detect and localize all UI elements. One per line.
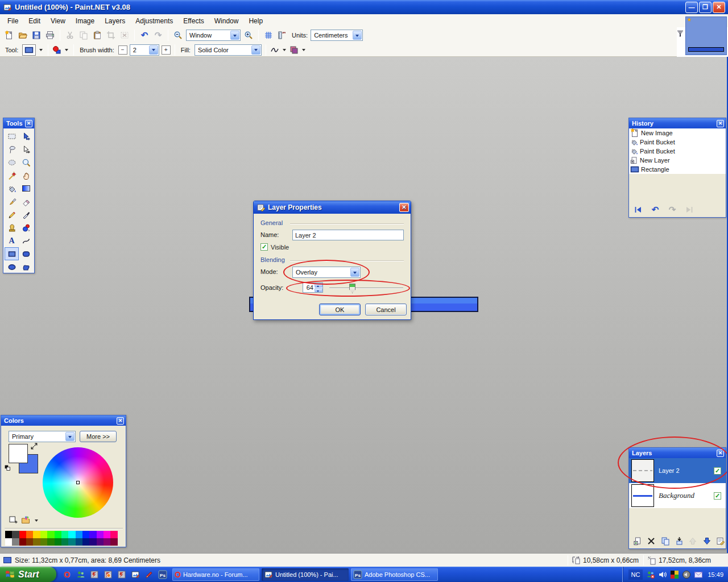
tool-freeform-shape[interactable] bbox=[19, 260, 33, 273]
tool-lasso-select[interactable] bbox=[5, 143, 19, 156]
undo-button[interactable]: ↶ bbox=[138, 28, 151, 42]
palette-swatch[interactable] bbox=[89, 531, 96, 538]
ok-button[interactable]: OK bbox=[319, 304, 361, 315]
swap-colors-icon[interactable] bbox=[30, 442, 38, 450]
palette-swatch[interactable] bbox=[76, 531, 82, 538]
tool-move-selected-pixels[interactable] bbox=[19, 130, 33, 143]
default-colors-icon[interactable] bbox=[4, 464, 11, 472]
history-item[interactable]: New Image bbox=[629, 128, 726, 138]
grid-button[interactable] bbox=[262, 28, 275, 42]
line-style-icon[interactable] bbox=[270, 45, 279, 55]
palette-swatch[interactable] bbox=[110, 531, 117, 538]
palette-swatch[interactable] bbox=[97, 531, 104, 538]
new-file-button[interactable] bbox=[2, 28, 16, 42]
tool-ellipse[interactable] bbox=[5, 260, 19, 273]
palette-file-icon[interactable] bbox=[21, 516, 30, 525]
opacity-spinner[interactable]: 64 bbox=[303, 282, 323, 293]
tool-paintbrush[interactable] bbox=[5, 195, 19, 208]
tool-rounded-rectangle[interactable] bbox=[19, 247, 33, 260]
history-close-icon[interactable]: ✕ bbox=[717, 120, 724, 127]
open-image-thumbnail[interactable] bbox=[685, 16, 727, 55]
colors-dropdown-icon[interactable] bbox=[65, 49, 68, 53]
brush-width-decrease-button[interactable]: − bbox=[118, 45, 127, 55]
close-button[interactable]: ✕ bbox=[713, 2, 725, 13]
start-button[interactable]: Start bbox=[0, 567, 56, 582]
add-layer-button[interactable] bbox=[632, 534, 642, 548]
colors-close-icon[interactable]: ✕ bbox=[117, 417, 124, 425]
tool-pan[interactable] bbox=[19, 169, 33, 182]
image-list-button[interactable] bbox=[676, 30, 685, 39]
menu-effects[interactable]: Effects bbox=[178, 15, 209, 27]
tool-eraser[interactable] bbox=[19, 195, 33, 208]
move-down-button[interactable] bbox=[702, 534, 712, 548]
layer-row[interactable]: Layer 2✓ bbox=[629, 458, 726, 483]
palette-swatch[interactable] bbox=[5, 538, 12, 546]
quicklaunch-photoshop-button[interactable]: Ps bbox=[158, 568, 168, 581]
menu-layers[interactable]: Layers bbox=[100, 15, 130, 27]
tool-magic-wand[interactable] bbox=[5, 169, 19, 182]
menu-edit[interactable]: Edit bbox=[23, 15, 46, 27]
fill-style-combo[interactable]: Solid Color bbox=[195, 44, 262, 56]
palette-swatch[interactable] bbox=[76, 538, 82, 546]
palette-swatch[interactable] bbox=[19, 538, 26, 546]
tool-color-picker[interactable] bbox=[19, 208, 33, 221]
opacity-slider[interactable] bbox=[329, 284, 403, 293]
palette-swatch[interactable] bbox=[68, 538, 75, 546]
taskbar-task-button[interactable]: Untitled (100%) - Pai... bbox=[262, 568, 349, 581]
layers-palette-titlebar[interactable]: Layers ✕ bbox=[629, 448, 726, 458]
quicklaunch-filezilla-button[interactable] bbox=[89, 568, 100, 581]
palette-swatch[interactable] bbox=[26, 538, 33, 546]
tool-ellipse-select[interactable] bbox=[5, 156, 19, 169]
tool-zoom[interactable] bbox=[19, 156, 33, 169]
cancel-button[interactable]: Cancel bbox=[365, 304, 407, 315]
print-button[interactable] bbox=[43, 28, 57, 42]
palette-swatch[interactable] bbox=[5, 531, 12, 538]
menu-adjustments[interactable]: Adjustments bbox=[130, 15, 178, 27]
quicklaunch-paintnet-button[interactable] bbox=[130, 568, 140, 581]
more-button[interactable]: More >> bbox=[80, 431, 117, 442]
palette-swatch[interactable] bbox=[97, 538, 104, 546]
palette-swatch[interactable] bbox=[82, 531, 89, 538]
brush-width-increase-button[interactable]: + bbox=[162, 45, 171, 55]
brush-width-combo[interactable]: 2 bbox=[130, 44, 159, 56]
ruler-button[interactable] bbox=[275, 28, 289, 42]
tool-rectangle-select[interactable] bbox=[5, 130, 19, 143]
dialog-close-icon[interactable]: ✕ bbox=[399, 203, 409, 212]
menu-view[interactable]: View bbox=[46, 15, 71, 27]
history-palette-titlebar[interactable]: History ✕ bbox=[629, 118, 726, 128]
tool-pencil[interactable] bbox=[5, 208, 19, 221]
palette-swatch[interactable] bbox=[55, 538, 61, 546]
combo-arrow-icon[interactable] bbox=[230, 31, 239, 40]
palette-dropdown-icon[interactable] bbox=[35, 519, 38, 523]
layer-name-input[interactable]: Layer 2 bbox=[292, 230, 404, 240]
history-item[interactable]: Paint Bucket bbox=[629, 138, 726, 147]
combo-arrow-icon[interactable] bbox=[350, 268, 359, 277]
palette-swatch[interactable] bbox=[47, 531, 54, 538]
menu-help[interactable]: Help bbox=[243, 15, 268, 27]
palette-swatch[interactable] bbox=[26, 531, 33, 538]
undo-button[interactable]: ↶ bbox=[650, 203, 661, 217]
combo-arrow-icon[interactable] bbox=[149, 45, 158, 55]
layers-close-icon[interactable]: ✕ bbox=[717, 450, 724, 457]
zoom-out-button[interactable] bbox=[171, 28, 185, 42]
color-wheel[interactable] bbox=[43, 447, 113, 518]
history-item[interactable]: New Layer bbox=[629, 156, 726, 165]
palette-swatch[interactable] bbox=[82, 538, 89, 546]
palette-swatch[interactable] bbox=[68, 531, 75, 538]
shape-colors-icon[interactable] bbox=[52, 45, 61, 55]
layer-visible-checkbox[interactable]: ✓ bbox=[714, 492, 721, 500]
tools-palette-titlebar[interactable]: Tools ✕ bbox=[3, 118, 34, 128]
taskbar-task-button[interactable]: PsAdobe Photoshop CS... bbox=[351, 568, 438, 581]
menu-file[interactable]: File bbox=[2, 15, 23, 27]
tool-clone-stamp[interactable] bbox=[5, 221, 19, 234]
restore-button[interactable]: ❐ bbox=[699, 2, 712, 13]
menu-window[interactable]: Window bbox=[209, 15, 244, 27]
layer-row[interactable]: Background✓ bbox=[629, 483, 726, 508]
palette-swatch[interactable] bbox=[12, 531, 19, 538]
layer-visible-checkbox[interactable]: ✓ bbox=[714, 467, 721, 475]
units-combo[interactable]: Centimeters bbox=[311, 30, 363, 41]
palette-swatch[interactable] bbox=[47, 538, 54, 546]
tool-paint-bucket[interactable] bbox=[5, 182, 19, 195]
blend-mode-combo[interactable]: Overlay bbox=[292, 267, 361, 278]
quicklaunch-filezilla-server-button[interactable] bbox=[103, 568, 113, 581]
